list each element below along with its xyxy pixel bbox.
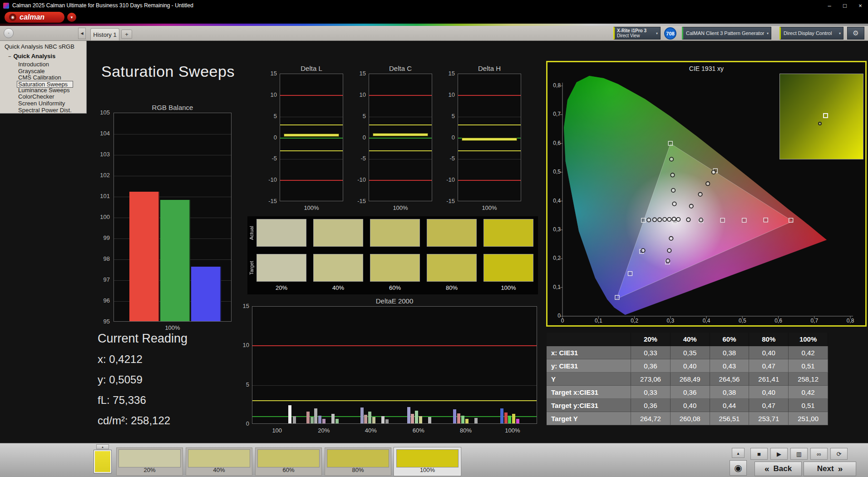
green-tolerance-line — [280, 138, 343, 139]
delta-x-label: 100% — [458, 204, 521, 211]
deltae-bar — [381, 416, 385, 423]
stop-button[interactable]: ■ — [750, 448, 768, 460]
minimize-button[interactable]: – — [822, 0, 837, 11]
tab-add-button[interactable]: + — [121, 30, 132, 39]
cie-measurement-marker — [669, 237, 673, 240]
saturation-patch-button-80[interactable]: 80% — [325, 447, 391, 476]
maximize-button[interactable]: □ — [837, 0, 853, 11]
patch-swatch — [327, 449, 389, 467]
delta-ytick: -15 — [264, 198, 277, 204]
table-header-20: 20% — [631, 333, 671, 346]
calman-logo[interactable]: ✳ calman — [5, 12, 64, 23]
link-button[interactable]: ∞ — [810, 448, 828, 460]
measure-button[interactable]: ◉ — [730, 460, 747, 476]
cie-measurement-marker — [690, 204, 693, 208]
logo-menu-button[interactable]: ▼ — [67, 13, 76, 22]
tab-label: History 1 — [93, 31, 116, 38]
patch-button-label: 80% — [325, 467, 391, 473]
sidebar-item-introduction[interactable]: Introduction — [18, 61, 72, 68]
deltae-xtick-40: 40% — [360, 427, 382, 434]
deltae-y-axis: 151050 — [237, 296, 249, 437]
back-arrow-icon: « — [764, 464, 769, 474]
tree-collapse-icon[interactable]: − — [8, 54, 11, 59]
tab-history-1[interactable]: History 1 — [90, 28, 119, 40]
rgb-balance-x-label: 100% — [113, 324, 232, 331]
patch-target-80 — [427, 254, 477, 282]
rgb-ytick-96: 96 — [89, 297, 110, 304]
rgb-ytick-104: 104 — [89, 130, 110, 137]
pattern-window-toggle-button[interactable]: ▴ — [96, 444, 109, 449]
patch-swatch — [396, 449, 459, 467]
deltae-bar — [318, 416, 321, 423]
deltae-bar — [457, 413, 460, 423]
table-row-x-cie31: x: CIE310,330,350,380,400,42 — [547, 346, 828, 359]
cie-target-marker — [628, 272, 632, 276]
delta-title: Delta L — [280, 65, 343, 72]
row-label: y: CIE31 — [547, 359, 631, 373]
delta-x-label: 100% — [280, 204, 343, 211]
refresh-button[interactable]: ⟳ — [830, 448, 848, 460]
next-button[interactable]: Next » — [804, 462, 856, 476]
cie-target-marker — [668, 141, 672, 145]
delta-ytick: -15 — [353, 198, 366, 204]
row-value: 0,36 — [631, 359, 671, 373]
save-button[interactable]: ▥ — [790, 448, 808, 460]
saturation-patch-button-60[interactable]: 60% — [255, 447, 322, 476]
row-value: 0,51 — [789, 359, 828, 373]
deltae-bar — [500, 408, 503, 423]
pattern-generator-dropdown[interactable]: CalMAN Client 3 Pattern Generator ▾ — [682, 27, 771, 40]
display-control-dropdown[interactable]: Direct Display Control ▾ — [779, 27, 843, 40]
patch-button-label: 60% — [256, 467, 321, 473]
patch-col-label-80: 80% — [427, 284, 477, 291]
active-pattern-swatch[interactable] — [94, 450, 111, 473]
deltae-bar — [372, 417, 375, 423]
row-value: 258,12 — [789, 373, 828, 386]
close-button[interactable]: × — [853, 0, 868, 11]
cie-measurement-marker — [670, 157, 673, 161]
play-button[interactable]: ▶ — [770, 448, 788, 460]
cie-ytick-0: 0 — [549, 313, 561, 319]
deltae-bar — [364, 415, 367, 423]
meter-dropdown[interactable]: X-Rite i1Pro 3 Direct View ▾ — [613, 27, 661, 40]
delta-chart-delta-c: Delta C151050-5-10-15100% — [353, 64, 448, 214]
back-button[interactable]: « Back — [755, 462, 802, 476]
red-tolerance-line — [252, 345, 537, 346]
settings-gear-button[interactable]: ⚙ — [847, 27, 864, 40]
table-header-100: 100% — [789, 333, 828, 346]
patch-col-label-40: 40% — [313, 284, 363, 291]
delta-value-bar — [284, 134, 339, 137]
rgb-ytick-95: 95 — [89, 318, 110, 325]
patch-actual-100 — [483, 219, 533, 247]
sidebar-item-grayscale[interactable]: Grayscale — [18, 68, 72, 75]
rgb-ytick-99: 99 — [89, 234, 110, 241]
saturation-patch-button-40[interactable]: 40% — [186, 447, 252, 476]
row-value: 0,40 — [671, 359, 710, 373]
nav-circle-button[interactable]: ◦ — [4, 28, 14, 38]
patch-target-60 — [370, 254, 420, 282]
sidebar-item-spectral-power-dist[interactable]: Spectral Power Dist. — [18, 107, 72, 114]
sidebar-item-screen-uniformity[interactable]: Screen Uniformity — [18, 100, 72, 107]
cie-target-marker — [789, 218, 793, 222]
deltae-bar — [508, 416, 511, 423]
saturation-patch-button-20[interactable]: 20% — [116, 447, 183, 476]
delta-title: Delta C — [369, 65, 432, 72]
sidebar-collapse-button[interactable]: ◀ — [78, 28, 86, 39]
sidebar-root-node[interactable]: −Quick Analysis — [8, 53, 55, 60]
deltae-bar — [311, 417, 314, 423]
deltae-ytick: 10 — [237, 342, 249, 348]
reading-fl: fL: 75,336 — [98, 394, 187, 407]
rgb-ytick-102: 102 — [89, 172, 110, 179]
cie-measurement-marker — [663, 218, 666, 221]
deltae-bar — [419, 416, 422, 423]
sidebar-item-colorchecker[interactable]: ColorChecker — [18, 94, 72, 100]
saturation-patch-button-100[interactable]: 100% — [394, 447, 461, 476]
sidebar-item-luminance-sweeps[interactable]: Luminance Sweeps — [18, 87, 72, 94]
eject-button[interactable]: ▴ — [732, 448, 745, 458]
rgb-balance-title: RGB Balance — [113, 104, 232, 111]
delta-ytick: 15 — [264, 70, 277, 77]
patch-swatch — [257, 449, 320, 467]
deltae-bar — [461, 416, 464, 423]
sidebar-item-cms-calibration[interactable]: CMS Calibration — [18, 75, 72, 81]
cie-xtick-8: 0,8 — [840, 318, 860, 324]
delta-value-bar — [373, 133, 428, 136]
